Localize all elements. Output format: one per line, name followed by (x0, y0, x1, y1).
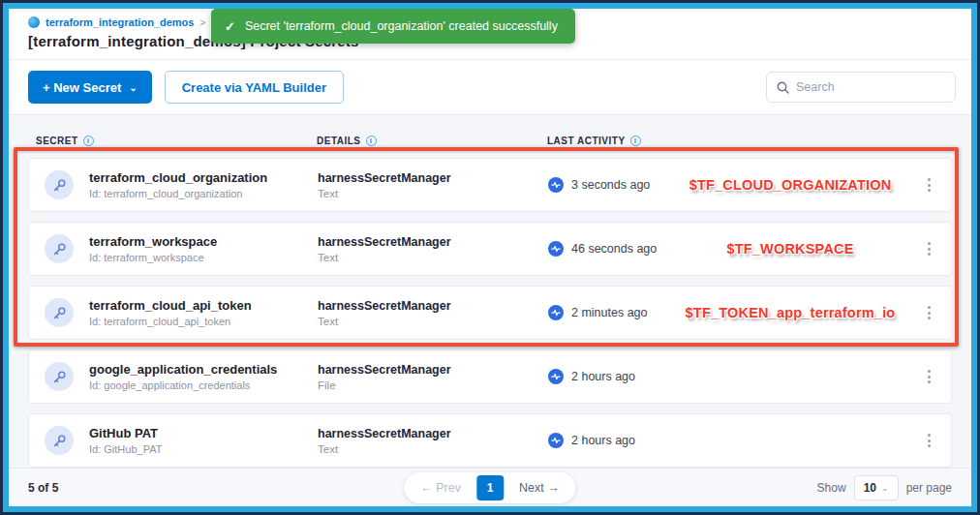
key-icon (45, 362, 74, 391)
table-row[interactable]: google_application_credentials Id: googl… (28, 349, 952, 404)
secret-id: Id: terraform_cloud_organization (89, 188, 318, 199)
row-menu-button[interactable] (916, 159, 941, 211)
secret-id: Id: google_application_credentials (89, 379, 318, 391)
table-body: terraform_cloud_organization Id: terrafo… (28, 158, 952, 468)
secret-type: Text (318, 188, 548, 199)
prev-page-button[interactable]: ← Prev (409, 481, 473, 495)
secret-name: GitHub PAT (89, 426, 318, 440)
table-row[interactable]: terraform_cloud_api_token Id: terraform_… (28, 286, 952, 340)
activity-icon (548, 241, 564, 257)
table-row[interactable]: GitHub PAT Id: GitHub_PAT harnessSecretM… (28, 413, 952, 468)
breadcrumb-chevron-icon: > (199, 17, 205, 28)
search-box[interactable] (766, 72, 956, 103)
secret-manager: harnessSecretManager (318, 363, 548, 377)
current-page-button[interactable]: 1 (476, 475, 504, 500)
row-menu-button[interactable] (916, 287, 941, 339)
search-icon (777, 81, 789, 94)
activity-icon (548, 305, 564, 320)
activity-icon (548, 369, 564, 384)
secret-name: google_application_credentials (89, 362, 318, 377)
column-header-last-activity: LAST ACTIVITYi (547, 136, 952, 146)
table-row[interactable]: terraform_workspace Id: terraform_worksp… (28, 222, 952, 276)
chevron-down-icon: ⌄ (881, 483, 889, 493)
last-activity: 46 seconds ago (571, 242, 657, 256)
secret-manager: harnessSecretManager (318, 171, 548, 185)
row-menu-button[interactable] (916, 223, 941, 275)
next-page-button[interactable]: Next → (507, 481, 571, 495)
search-input[interactable] (796, 80, 945, 94)
page-size-control: Show 10 ⌄ per page (817, 475, 952, 500)
env-var-annotation: $TF_CLOUD_ORGANIZATION (664, 177, 916, 193)
secret-type: Text (318, 443, 548, 455)
secret-name: terraform_cloud_organization (89, 170, 318, 185)
last-activity: 2 hours ago (571, 370, 635, 383)
secret-name: terraform_workspace (89, 234, 318, 249)
info-icon[interactable]: i (366, 136, 377, 146)
last-activity: 3 seconds ago (571, 178, 650, 192)
env-var-annotation: $TF_TOKEN_app_terraform_io (664, 305, 916, 320)
secret-manager: harnessSecretManager (318, 427, 548, 440)
project-icon (28, 16, 40, 28)
window-frame: terraform_integration_demos > [terraform… (0, 0, 980, 515)
pagination: ← Prev 1 Next → (404, 472, 575, 503)
table-footer: 5 of 5 ← Prev 1 Next → Show 10 ⌄ per pag… (9, 468, 971, 506)
secret-type: Text (318, 316, 548, 327)
row-menu-button[interactable] (916, 414, 941, 467)
yaml-builder-button[interactable]: Create via YAML Builder (165, 71, 344, 104)
show-label: Show (817, 481, 846, 495)
column-header-secret: SECRETi (36, 136, 317, 146)
key-icon (45, 170, 74, 199)
toast-message: Secret 'terraform_cloud_organization' cr… (245, 19, 558, 33)
new-secret-label: + New Secret (43, 80, 121, 95)
chevron-down-icon: ⌄ (129, 82, 137, 93)
app-content: terraform_integration_demos > [terraform… (3, 3, 977, 512)
per-page-label: per page (906, 481, 952, 495)
new-secret-button[interactable]: + New Secret ⌄ (28, 71, 152, 104)
page-size-select[interactable]: 10 ⌄ (854, 475, 899, 500)
success-toast: ✓ Secret 'terraform_cloud_organization' … (211, 9, 575, 44)
secrets-table: SECRETi DETAILSi LAST ACTIVITYi terrafor… (9, 115, 971, 468)
table-row[interactable]: terraform_cloud_organization Id: terrafo… (28, 158, 952, 212)
yaml-builder-label: Create via YAML Builder (182, 80, 326, 95)
secret-manager: harnessSecretManager (318, 299, 548, 313)
row-menu-button[interactable] (916, 350, 941, 403)
secret-name: terraform_cloud_api_token (89, 298, 318, 313)
secret-type: Text (318, 252, 548, 263)
key-icon (45, 234, 74, 263)
secret-id: Id: GitHub_PAT (89, 443, 318, 455)
activity-icon (548, 177, 564, 193)
info-icon[interactable]: i (83, 136, 94, 146)
column-header-details: DETAILSi (317, 136, 547, 146)
key-icon (45, 298, 74, 327)
key-icon (45, 426, 74, 455)
last-activity: 2 hours ago (571, 434, 635, 447)
toolbar: + New Secret ⌄ Create via YAML Builder (9, 60, 971, 115)
secret-id: Id: terraform_workspace (89, 252, 318, 263)
activity-icon (548, 433, 564, 448)
secret-id: Id: terraform_cloud_api_token (89, 316, 318, 327)
env-var-annotation: $TF_WORKSPACE (664, 241, 916, 257)
secret-manager: harnessSecretManager (318, 235, 548, 249)
row-count: 5 of 5 (28, 481, 58, 495)
breadcrumb-project-link[interactable]: terraform_integration_demos (46, 16, 194, 28)
last-activity: 2 minutes ago (571, 306, 648, 319)
table-header-row: SECRETi DETAILSi LAST ACTIVITYi (28, 123, 952, 158)
info-icon[interactable]: i (630, 136, 641, 146)
secret-type: File (318, 379, 548, 391)
check-icon: ✓ (225, 19, 235, 34)
